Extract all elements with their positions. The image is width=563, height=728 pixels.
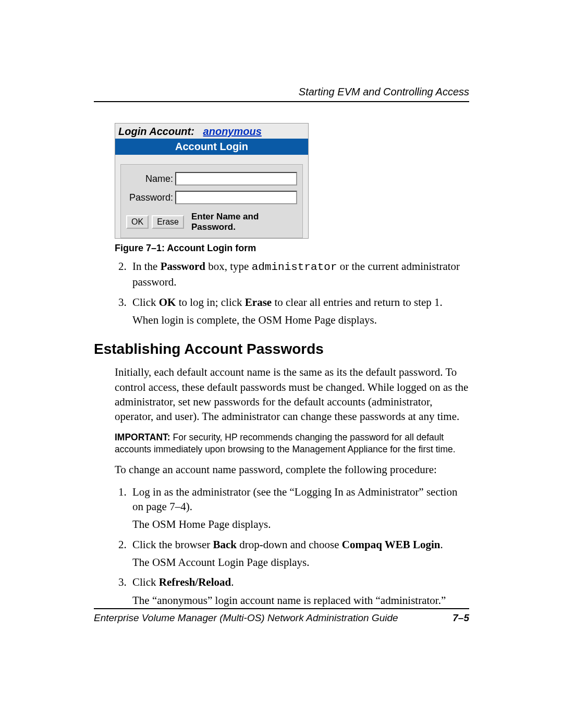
login-account-link[interactable]: anonymous	[203, 126, 262, 137]
section-para2: To change an account name password, comp…	[115, 462, 469, 477]
login-title-bar: Account Login	[115, 139, 308, 155]
running-head: Starting EVM and Controlling Access	[94, 86, 469, 98]
footer-rule	[94, 608, 469, 609]
step-b2: Click the browser Back drop-down and cho…	[129, 537, 469, 570]
password-input[interactable]	[175, 191, 297, 204]
section-heading: Establishing Account Passwords	[94, 341, 469, 357]
header-rule	[94, 101, 469, 102]
step-a3-after: When login is complete, the OSM Home Pag…	[132, 313, 469, 327]
footer-page-number: 7–5	[452, 612, 469, 624]
figure-caption: Figure 7–1: Account Login form	[115, 243, 469, 254]
login-form: Name: Password: OK Erase Enter Name and …	[120, 164, 303, 238]
step-b3: Click Refresh/Reload. The “anonymous” lo…	[129, 575, 469, 608]
name-label: Name:	[126, 174, 175, 184]
page-footer: Enterprise Volume Manager (Multi-OS) Net…	[94, 608, 469, 624]
footer-book-title: Enterprise Volume Manager (Multi-OS) Net…	[94, 612, 398, 624]
erase-button[interactable]: Erase	[152, 215, 184, 229]
password-row: Password:	[126, 191, 297, 204]
step-a2: In the Password box, type administrator …	[129, 259, 469, 290]
name-input[interactable]	[175, 172, 297, 186]
figure-account-login: Login Account: anonymous Account Login N…	[115, 123, 308, 239]
step-b1: Log in as the administrator (see the “Lo…	[129, 485, 469, 532]
login-box: Login Account: anonymous Account Login N…	[115, 123, 309, 239]
footer-row: Enterprise Volume Manager (Multi-OS) Net…	[94, 612, 469, 624]
step-b2-after: The OSM Account Login Page displays.	[132, 555, 469, 570]
login-account-header: Login Account: anonymous	[115, 124, 308, 139]
ok-button[interactable]: OK	[126, 215, 149, 229]
step-b3-after: The “anonymous” login account name is re…	[132, 593, 469, 608]
login-prompt: Enter Name and Password.	[191, 212, 297, 232]
login-account-label: Login Account:	[118, 126, 194, 137]
step-a3: Click OK to log in; click Erase to clear…	[129, 295, 469, 328]
note-label: IMPORTANT:	[115, 432, 170, 442]
page: Starting EVM and Controlling Access Logi…	[0, 0, 563, 728]
button-row: OK Erase Enter Name and Password.	[126, 209, 297, 232]
section-para1: Initially, each default account name is …	[115, 365, 469, 424]
steps-list-b: Log in as the administrator (see the “Lo…	[115, 485, 469, 608]
name-row: Name:	[126, 172, 297, 186]
steps-list-a: In the Password box, type administrator …	[115, 259, 469, 327]
important-note: IMPORTANT: For security, HP recommends c…	[115, 431, 469, 455]
password-label: Password:	[126, 192, 175, 203]
step-b1-after: The OSM Home Page displays.	[132, 517, 469, 532]
login-body: Name: Password: OK Erase Enter Name and …	[115, 155, 308, 238]
